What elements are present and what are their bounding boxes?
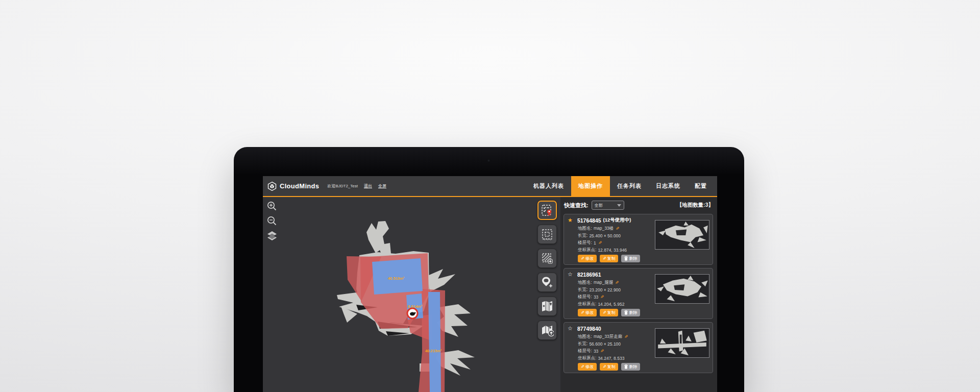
field-label-origin: 坐标原点: [578,301,596,307]
zoom-controls [266,200,278,242]
logout-link[interactable]: 退出 [364,183,372,189]
field-label-size: 长宽: [578,287,587,293]
map-thumbnail[interactable] [655,274,709,304]
field-label-origin: 坐标原点: [578,355,596,361]
tab-map-operations[interactable]: 地图操作 [571,176,610,196]
quick-find-label: 快速查找: [564,202,589,209]
brand[interactable]: CloudMinds [267,181,319,191]
tool-add-point-button[interactable] [537,273,557,292]
edit-pencil-icon[interactable]: ✎ [600,349,604,354]
copy-map-button[interactable]: ✎复制 [600,309,619,316]
map-card[interactable]: ★ 51764845 (12号使用中) 地图名: map_33楼 ✎ 长宽: 2… [564,214,713,265]
area-label-corridor: 40.215m² [425,349,442,353]
pencil-icon: ✎ [581,256,584,261]
field-label-name: 地图名: [578,280,592,286]
fullscreen-link[interactable]: 全屏 [378,183,386,189]
copy-map-button[interactable]: ✎复制 [600,363,619,371]
zoom-out-button[interactable] [266,215,278,227]
map-id: 87749840 [577,326,601,332]
floor-value: 33 [594,295,598,300]
session-bar: 欢迎BJDT2_Test 退出 全屏 [327,183,386,189]
map-size-value: 23.200 × 22.900 [589,287,621,292]
zoom-out-icon [266,215,278,227]
map-card[interactable]: ☆ 82186961 地图名: map_腿腿 ✎ 长宽: 23.200 × 22… [564,268,713,319]
welcome-text: 欢迎BJDT2_Test [327,183,358,189]
copy-map-button[interactable]: ✎复制 [600,255,619,262]
field-label-name: 地图名: [578,334,592,340]
tool-map-marker-button[interactable] [537,297,557,316]
map-id: 82186961 [577,272,601,278]
field-label-floor: 楼层号: [578,348,592,354]
robot-position-marker[interactable] [407,308,418,318]
pencil-icon: ✎ [581,310,584,315]
brand-name: CloudMinds [280,182,319,190]
tool-upload-map-button[interactable] [537,321,557,340]
trash-icon [624,364,628,369]
map-size-value: 56.600 × 25.100 [589,341,621,347]
floor-value: 1 [594,240,596,246]
area-label-large-room: 40.519m² [388,276,405,281]
map-thumbnail-image [655,329,709,357]
tool-measure-region-button[interactable] [537,225,557,244]
edit-map-button[interactable]: ✎修改 [578,363,597,371]
field-label-name: 地图名: [578,226,592,232]
tool-add-zone-button[interactable] [537,249,557,268]
delete-map-button[interactable]: 删除 [621,255,640,262]
map-thumbnail[interactable] [655,220,709,250]
panel-header: 快速查找: 全部 【地图数量:3】 [564,200,714,210]
origin-value: 34.247, 8.533 [598,356,624,361]
edit-pencil-icon[interactable]: ✎ [600,295,604,300]
add-zone-icon [541,252,554,265]
pencil-icon: ✎ [581,364,584,369]
edit-map-button[interactable]: ✎修改 [578,255,597,262]
floor-map[interactable]: 40.519m² 8.614m² 40.215m² [263,197,560,392]
map-name-value: map_腿腿 [594,280,613,286]
map-size-value: 25.400 × 50.000 [589,233,621,238]
trash-icon [624,256,628,261]
map-thumbnail-image [655,275,709,303]
trash-icon [624,310,628,315]
star-filled-icon[interactable]: ★ [568,217,573,224]
map-status: (12号使用中) [603,217,631,224]
tab-task-list[interactable]: 任务列表 [610,176,649,196]
measure-region-icon [541,228,554,241]
tab-robot-list[interactable]: 机器人列表 [526,176,571,196]
pencil-icon: ✎ [603,310,606,315]
pencil-icon: ✎ [603,256,606,261]
map-canvas[interactable]: 40.519m² 8.614m² 40.215m² [263,197,560,392]
edit-pencil-icon[interactable]: ✎ [616,226,620,231]
delete-map-button[interactable]: 删除 [621,363,640,371]
map-list-panel: 快速查找: 全部 【地图数量:3】 ★ 51764845 (12号使用中) [560,197,717,392]
pencil-icon: ✎ [603,364,606,369]
origin-value: 14.204, 5.952 [598,302,624,307]
tab-settings[interactable]: 配置 [688,176,714,196]
edit-map-button[interactable]: ✎修改 [578,309,597,316]
edit-pencil-icon[interactable]: ✎ [615,280,619,285]
layers-icon [266,230,278,242]
top-navbar: CloudMinds 欢迎BJDT2_Test 退出 全屏 机器人列表 地图操作… [263,176,717,197]
filter-dropdown[interactable]: 全部 [592,201,624,210]
delete-map-button[interactable]: 删除 [621,309,640,316]
tab-log-system[interactable]: 日志系统 [649,176,688,196]
zoom-in-button[interactable] [266,200,278,212]
tool-map-task-list-button[interactable] [537,201,557,220]
map-card[interactable]: ☆ 87749840 地图名: map_33层走廊 ✎ 长宽: 56.600 ×… [564,322,713,373]
chevron-down-icon [617,204,621,207]
map-thumbnail-image [655,220,709,249]
field-label-floor: 楼层号: [578,294,592,300]
map-name-value: map_33层走廊 [594,334,622,340]
map-count-badge: 【地图数量:3】 [677,202,714,209]
layers-button[interactable] [266,230,278,242]
field-label-size: 长宽: [578,233,587,239]
webcam-dot [487,159,490,162]
edit-pencil-icon[interactable]: ✎ [598,240,602,246]
map-thumbnail[interactable] [655,328,709,358]
field-label-floor: 楼层号: [578,240,592,246]
cloudminds-logo-icon [267,181,277,191]
map-marker-icon [541,300,554,313]
field-label-size: 长宽: [578,341,587,347]
star-outline-icon[interactable]: ☆ [568,271,573,278]
edit-pencil-icon[interactable]: ✎ [624,334,628,339]
origin-value: 12.874, 33.946 [598,248,627,253]
star-outline-icon[interactable]: ☆ [568,325,573,332]
